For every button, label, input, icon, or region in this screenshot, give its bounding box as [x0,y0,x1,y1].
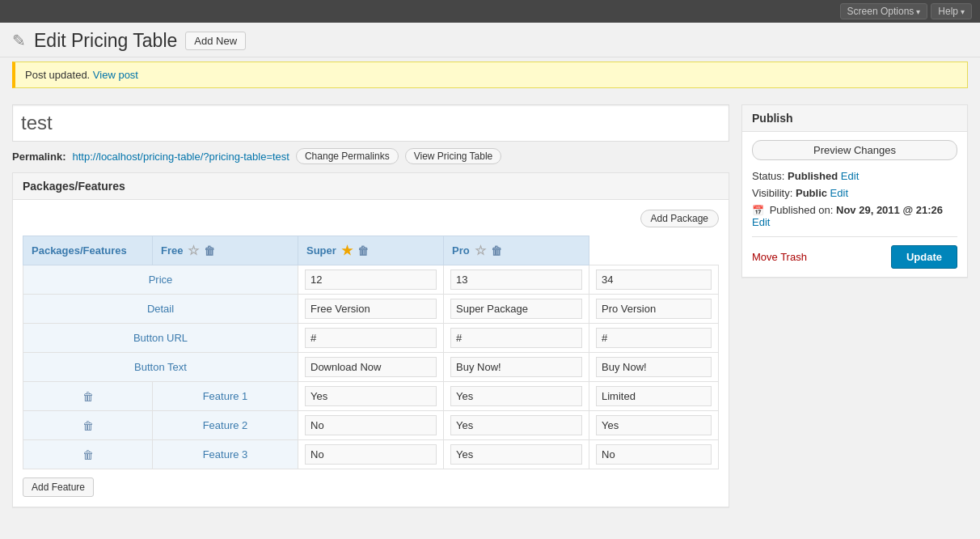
super-star-icon[interactable]: ★ [341,243,353,258]
page-header: ✎ Edit Pricing Table Add New [0,23,980,57]
preview-changes-button[interactable]: Preview Changes [752,140,957,160]
visibility-row: Visibility: Public Edit [752,187,957,199]
input-button-text-pkg2[interactable] [596,357,712,377]
input-feature-1-pkg0[interactable] [305,386,437,406]
input-price-pkg2[interactable] [596,270,712,290]
table-cell [298,411,444,440]
update-button[interactable]: Update [891,245,957,269]
visibility-edit-link[interactable]: Edit [830,187,848,199]
table-cell [298,265,444,295]
visibility-value: Public [796,187,827,199]
add-new-button[interactable]: Add New [185,32,246,50]
table-row: 🗑Feature 2 [23,411,719,440]
input-price-pkg0[interactable] [305,270,437,290]
publish-header: Publish [742,105,967,132]
add-package-button[interactable]: Add Package [640,210,719,227]
feature-col-header: Packages/Features [23,236,153,265]
published-label: Published on: [770,204,834,216]
table-row: Button Text [23,353,719,382]
pricing-table: Packages/Features Free ☆ 🗑 [23,236,719,469]
input-feature-3-pkg0[interactable] [305,444,437,465]
input-feature-2-pkg0[interactable] [305,415,437,435]
main-wrapper: Permalink: http://localhost/pricing-tabl… [0,96,980,516]
table-cell [298,440,444,469]
table-cell [298,353,444,382]
field-label-cell: Price [23,265,298,295]
help-label: Help [938,6,958,17]
table-header-row: Packages/Features Free ☆ 🗑 [23,236,719,265]
table-row: Button URL [23,324,719,353]
feature-icon-cell[interactable]: 🗑 [23,382,153,411]
input-feature-2-pkg2[interactable] [596,415,712,435]
package-col-pro: Pro ☆ 🗑 [444,236,589,265]
feature-trash-icon[interactable]: 🗑 [82,390,94,403]
input-feature-3-pkg1[interactable] [450,444,582,465]
pro-star-icon[interactable]: ☆ [475,243,486,258]
table-cell [444,353,589,382]
packages-features-metabox: Packages/Features Add Package Packages/F… [12,172,729,507]
input-button-url-pkg2[interactable] [596,328,712,348]
published-row: 📅 Published on: Nov 29, 2011 @ 21:26 Edi… [752,204,957,228]
feature-icon-cell[interactable]: 🗑 [23,411,153,440]
free-label: Free [161,244,183,257]
pro-label: Pro [452,244,470,257]
input-button-url-pkg0[interactable] [305,328,437,348]
free-trash-icon[interactable]: 🗑 [204,244,215,257]
field-label-cell: Detail [23,295,298,324]
field-label-cell: Button URL [23,324,298,353]
screen-options-chevron-icon [916,6,920,17]
view-pricing-table-button[interactable]: View Pricing Table [405,148,502,164]
status-row: Status: Published Edit [752,170,957,182]
field-label-cell: Button Text [23,353,298,382]
package-col-free: Free ☆ 🗑 [153,236,298,265]
metabox-content: Add Package Packages/Features Free [13,200,729,507]
table-cell [298,295,444,324]
status-value: Published [788,170,838,182]
publish-divider [752,236,957,237]
input-button-text-pkg0[interactable] [305,357,437,377]
table-cell [444,295,589,324]
feature-trash-icon[interactable]: 🗑 [82,448,94,461]
super-trash-icon[interactable]: 🗑 [357,244,369,257]
free-star-icon[interactable]: ☆ [188,243,199,258]
input-feature-1-pkg1[interactable] [450,386,582,406]
edit-icon: ✎ [12,31,26,50]
table-cell [444,382,589,411]
permalink-label: Permalink: [12,151,65,163]
feature-trash-icon[interactable]: 🗑 [82,419,94,432]
table-cell [298,324,444,353]
visibility-label: Visibility: [752,187,792,199]
input-feature-3-pkg2[interactable] [596,444,712,465]
super-label: Super [306,244,336,257]
notice-bar: Post updated. View post [12,62,968,88]
change-permalinks-button[interactable]: Change Permalinks [296,148,399,164]
help-button[interactable]: Help [931,3,972,19]
add-feature-button[interactable]: Add Feature [23,477,94,497]
table-cell [444,411,589,440]
status-edit-link[interactable]: Edit [841,170,859,182]
table-cell [589,265,719,295]
input-detail-pkg0[interactable] [305,299,437,319]
input-button-text-pkg1[interactable] [450,357,582,377]
pro-trash-icon[interactable]: 🗑 [491,244,502,257]
table-row: 🗑Feature 3 [23,440,719,469]
published-edit-link[interactable]: Edit [752,216,770,228]
view-post-link[interactable]: View post [93,69,138,81]
publish-actions: Move Trash Update [752,245,957,269]
input-detail-pkg1[interactable] [450,299,582,319]
page-title: Edit Pricing Table [34,32,177,50]
input-feature-2-pkg1[interactable] [450,415,582,435]
feature-icon-cell[interactable]: 🗑 [23,440,153,469]
input-feature-1-pkg2[interactable] [596,386,712,406]
input-price-pkg1[interactable] [450,270,582,290]
input-detail-pkg2[interactable] [596,299,712,319]
screen-options-button[interactable]: Screen Options [840,3,928,19]
notice-text: Post updated. [25,69,90,81]
feature-label-cell: Feature 3 [153,440,298,469]
post-title-input[interactable] [12,104,729,142]
input-button-url-pkg1[interactable] [450,328,582,348]
metabox-header: Packages/Features [13,173,729,200]
move-trash-button[interactable]: Move Trash [752,251,807,263]
table-cell [444,440,589,469]
permalink-url[interactable]: http://localhost/pricing-table/?pricing-… [72,151,289,163]
